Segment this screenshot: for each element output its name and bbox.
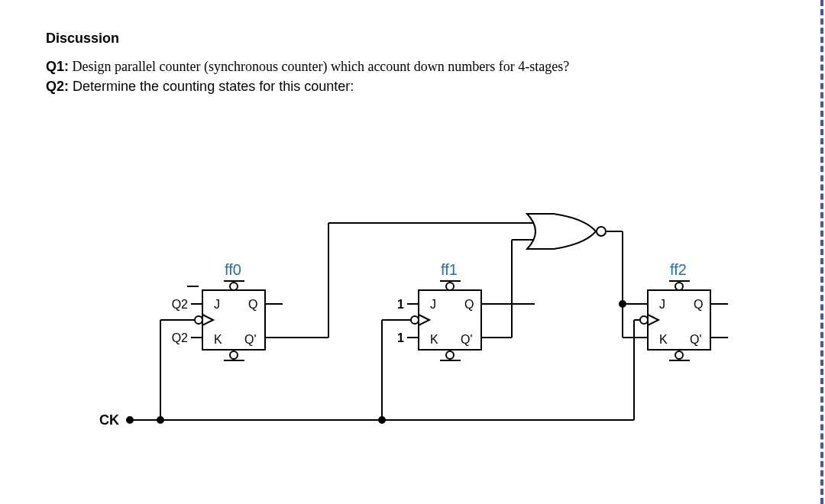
page-right-border: [820, 0, 823, 504]
section-heading: Discussion: [46, 31, 764, 47]
q1-label: Q1:: [46, 59, 69, 74]
q2-text: Determine the counting states for this c…: [73, 79, 354, 94]
q1-text: Design parallel counter (synchronous cou…: [73, 59, 570, 74]
question-2: Q2: Determine the counting states for th…: [46, 77, 764, 95]
q2-label: Q2:: [46, 79, 69, 94]
question-1: Q1: Design parallel counter (synchronous…: [46, 57, 764, 76]
